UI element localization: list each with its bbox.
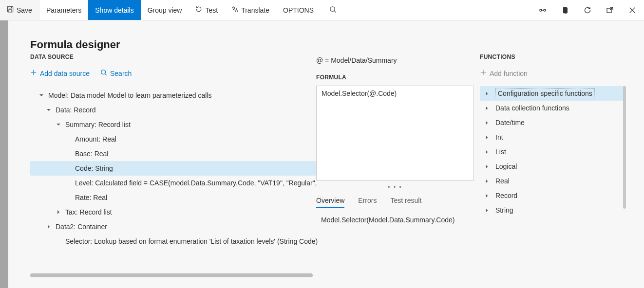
- function-category-logical[interactable]: Logical: [480, 159, 626, 174]
- popout-icon[interactable]: [603, 3, 617, 17]
- tree-item-data2[interactable]: Data2: Container: [30, 219, 320, 234]
- translate-button[interactable]: Translate: [225, 0, 276, 20]
- caret-right-icon: [485, 177, 490, 185]
- save-icon: [7, 6, 14, 14]
- search-icon: [329, 6, 337, 15]
- tab-overview[interactable]: Overview: [316, 197, 344, 208]
- formula-context-path: @ = Model/Data/Summary: [316, 56, 474, 64]
- tab-test-result[interactable]: Test result: [390, 197, 421, 208]
- translate-icon: [231, 6, 238, 14]
- caret-right-icon: [485, 104, 490, 112]
- tree-item-selector[interactable]: Selector: Lookup based on format enumera…: [30, 234, 320, 249]
- svg-rect-1: [9, 10, 12, 12]
- caret-right-icon: [485, 90, 490, 97]
- caret-down-icon: [45, 108, 53, 112]
- functions-list: Configuration specific functions Data co…: [480, 86, 626, 217]
- caret-right-icon: [485, 192, 490, 199]
- options-button[interactable]: OPTIONS: [276, 0, 321, 20]
- plus-icon: [480, 69, 487, 77]
- tree-item-rate[interactable]: Rate: Real: [30, 190, 320, 205]
- svg-point-3: [540, 9, 542, 11]
- plus-icon: [30, 69, 37, 77]
- search-button[interactable]: Search: [100, 69, 132, 77]
- horizontal-scrollbar[interactable]: [30, 273, 313, 277]
- test-button[interactable]: Test: [189, 0, 225, 20]
- refresh-icon[interactable]: [581, 3, 594, 17]
- svg-point-2: [330, 6, 335, 11]
- page-title: Formula designer: [30, 38, 120, 51]
- formula-panel: @ = Model/Data/Summary FORMULA • • • Ove…: [316, 56, 474, 224]
- formula-overview-text: Model.Selector(Model.Data.Summary.Code): [316, 216, 474, 224]
- tree-item-code[interactable]: Code: String: [30, 161, 320, 176]
- tree-item-amount[interactable]: Amount: Real: [30, 132, 320, 146]
- tree-item-data[interactable]: Data: Record: [30, 103, 320, 117]
- caret-right-icon: [485, 148, 490, 156]
- caret-down-icon: [38, 93, 45, 98]
- caret-right-icon: [485, 206, 490, 214]
- workspace: Formula designer DATA SOURCE Add data so…: [8, 20, 644, 288]
- function-category-real[interactable]: Real: [480, 174, 626, 188]
- formula-tabs: Overview Errors Test result: [316, 197, 474, 208]
- tree-item-summary[interactable]: Summary: Record list: [30, 117, 320, 132]
- tab-errors[interactable]: Errors: [358, 197, 377, 208]
- caret-right-icon: [485, 162, 490, 170]
- add-data-source-button[interactable]: Add data source: [30, 69, 90, 77]
- close-icon[interactable]: [625, 3, 639, 17]
- app-bar: Save Parameters Show details Group view …: [0, 0, 644, 20]
- tree-item-tax[interactable]: Tax: Record list: [30, 205, 320, 219]
- function-category-int[interactable]: Int: [480, 130, 626, 144]
- add-function-button[interactable]: Add function: [480, 69, 528, 77]
- tree-item-level[interactable]: Level: Calculated field = CASE(model.Dat…: [30, 176, 320, 190]
- tree-item-model[interactable]: Model: Data model Model to learn paramet…: [30, 88, 320, 103]
- function-category-configuration[interactable]: Configuration specific functions: [480, 86, 626, 101]
- svg-point-4: [544, 9, 546, 11]
- tree-item-base[interactable]: Base: Real: [30, 146, 320, 161]
- search-icon: [100, 69, 107, 77]
- caret-right-icon: [485, 119, 490, 126]
- parameters-button[interactable]: Parameters: [39, 0, 88, 20]
- data-source-label: DATA SOURCE: [30, 54, 320, 60]
- functions-scrollbar[interactable]: [623, 86, 626, 209]
- caret-down-icon: [55, 122, 62, 127]
- show-details-button[interactable]: Show details: [88, 0, 140, 20]
- function-category-string[interactable]: String: [480, 203, 626, 217]
- save-label: Save: [17, 6, 32, 14]
- function-category-data-collection[interactable]: Data collection functions: [480, 101, 626, 115]
- refresh-arrow-icon: [195, 6, 202, 14]
- save-button[interactable]: Save: [0, 0, 39, 20]
- function-category-list[interactable]: List: [480, 144, 626, 159]
- svg-rect-5: [607, 8, 611, 13]
- function-category-datetime[interactable]: Date/time: [480, 115, 626, 130]
- function-category-record[interactable]: Record: [480, 188, 626, 203]
- formula-label: FORMULA: [316, 74, 474, 81]
- svg-point-6: [101, 70, 106, 74]
- expand-handle-icon[interactable]: • • •: [316, 184, 474, 191]
- caret-right-icon: [485, 133, 490, 141]
- data-source-tree: Model: Data model Model to learn paramet…: [30, 88, 320, 249]
- caret-right-icon: [45, 224, 53, 229]
- functions-panel: FUNCTIONS Add function Configuration spe…: [480, 54, 626, 217]
- functions-label: FUNCTIONS: [480, 54, 626, 60]
- connector-icon[interactable]: [536, 3, 549, 17]
- data-source-panel: DATA SOURCE Add data source Search Mod: [30, 54, 320, 249]
- svg-rect-0: [7, 6, 13, 12]
- group-view-button[interactable]: Group view: [141, 0, 189, 20]
- appbar-search-button[interactable]: [321, 0, 345, 20]
- office-icon[interactable]: [558, 3, 572, 17]
- left-rail[interactable]: [0, 20, 8, 288]
- formula-input[interactable]: [316, 86, 474, 180]
- caret-right-icon: [55, 210, 62, 215]
